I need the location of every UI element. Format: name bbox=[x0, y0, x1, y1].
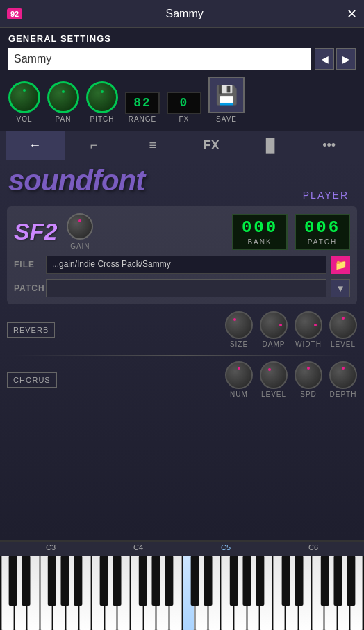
reverb-size-knob[interactable] bbox=[225, 311, 253, 339]
next-preset-button[interactable]: ▶ bbox=[336, 48, 356, 70]
vol-knob[interactable] bbox=[8, 81, 40, 113]
patch-value: 006 bbox=[300, 218, 345, 237]
chorus-num-dot bbox=[238, 367, 240, 370]
effects-area: REVERB SIZE DAMP bbox=[7, 308, 357, 401]
chorus-depth-dot bbox=[342, 367, 345, 370]
pitch-knob-dot bbox=[101, 90, 104, 93]
reverb-size-group: SIZE bbox=[225, 311, 253, 348]
sf2-section: SF2 GAIN 000 BANK 006 PATCH bbox=[7, 206, 357, 304]
range-label: RANGE bbox=[129, 115, 157, 123]
range-display[interactable]: 82 bbox=[125, 92, 160, 114]
pan-knob[interactable] bbox=[47, 81, 79, 113]
chorus-level-knob[interactable] bbox=[260, 361, 288, 389]
preset-nav: ◀ ▶ bbox=[315, 48, 356, 70]
sf2-logo: SF2 bbox=[14, 218, 57, 245]
chorus-level-dot bbox=[268, 368, 271, 371]
svg-rect-4 bbox=[74, 556, 82, 606]
title-bar: 92 Sammy ✕ bbox=[0, 0, 364, 28]
tab-more[interactable]: ••• bbox=[299, 131, 358, 160]
patch-row-label: PATCH bbox=[14, 283, 42, 293]
env-icon: ⌐ bbox=[90, 138, 98, 153]
patch-label: PATCH bbox=[300, 238, 345, 246]
prev-preset-button[interactable]: ◀ bbox=[315, 48, 334, 70]
svg-rect-5 bbox=[100, 556, 108, 606]
reverb-damp-label: DAMP bbox=[263, 340, 286, 348]
tab-mod[interactable]: ≡ bbox=[123, 131, 182, 160]
patch-row: PATCH ▼ bbox=[14, 279, 350, 297]
svg-rect-0 bbox=[9, 556, 17, 606]
reverb-damp-knob[interactable] bbox=[260, 311, 288, 339]
svg-rect-3 bbox=[60, 556, 69, 606]
back-icon: ← bbox=[28, 138, 41, 153]
gain-knob-group: GAIN bbox=[67, 213, 93, 250]
svg-rect-9 bbox=[165, 556, 173, 606]
svg-rect-17 bbox=[321, 556, 329, 606]
bank-value: 000 bbox=[238, 218, 282, 237]
pitch-knob[interactable] bbox=[86, 81, 118, 113]
svg-rect-6 bbox=[113, 556, 121, 606]
tab-back[interactable]: ← bbox=[6, 131, 65, 160]
save-button[interactable]: 💾 bbox=[208, 77, 245, 113]
svg-rect-11 bbox=[204, 556, 212, 606]
gain-label: GAIN bbox=[70, 242, 90, 250]
save-label: SAVE bbox=[216, 115, 237, 123]
chorus-spd-label: SPD bbox=[300, 390, 317, 398]
file-path-display[interactable]: ...gain/Indie Cross Pack/Sammy bbox=[46, 256, 326, 274]
chorus-num-knob[interactable] bbox=[225, 361, 253, 389]
tab-env[interactable]: ⌐ bbox=[65, 131, 124, 160]
patch-select-display[interactable] bbox=[46, 279, 326, 297]
vol-knob-group: VOL bbox=[8, 81, 40, 123]
general-settings-title: GENERAL SETTINGS bbox=[8, 33, 356, 44]
reverb-level-dot bbox=[342, 317, 345, 320]
chorus-depth-label: DEPTH bbox=[330, 390, 357, 398]
close-button[interactable]: ✕ bbox=[347, 6, 357, 22]
chorus-depth-knob[interactable] bbox=[329, 361, 357, 389]
piano-labels: C3 C4 C5 C6 bbox=[0, 542, 364, 556]
file-label: FILE bbox=[14, 260, 42, 270]
reverb-level-knob[interactable] bbox=[329, 311, 357, 339]
fx-display[interactable]: 0 bbox=[167, 92, 201, 114]
patch-dropdown-button[interactable]: ▼ bbox=[331, 279, 350, 297]
preset-name-input[interactable] bbox=[8, 48, 311, 70]
gain-knob-dot bbox=[78, 219, 81, 222]
gain-knob[interactable] bbox=[67, 213, 93, 240]
piano-label-c5: C5 bbox=[221, 543, 231, 554]
chorus-spd-knob[interactable] bbox=[295, 361, 322, 389]
range-display-group: 82 RANGE bbox=[125, 92, 160, 123]
piano-area: C3 C4 C5 C6 bbox=[0, 540, 364, 630]
mod-icon: ≡ bbox=[149, 138, 156, 153]
save-group: 💾 SAVE bbox=[208, 77, 245, 123]
more-icon: ••• bbox=[322, 138, 336, 153]
file-browse-button[interactable]: 📁 bbox=[331, 256, 350, 274]
piano-keys[interactable] bbox=[0, 556, 364, 630]
svg-rect-1 bbox=[22, 556, 30, 606]
app-logo: 92 bbox=[7, 8, 22, 19]
svg-rect-19 bbox=[347, 556, 355, 606]
reverb-button[interactable]: REVERB bbox=[7, 322, 55, 338]
reverb-section: REVERB SIZE DAMP bbox=[7, 308, 357, 351]
fx-display-group: 0 FX bbox=[167, 92, 201, 123]
reverb-size-label: SIZE bbox=[230, 340, 248, 348]
black-keys-svg bbox=[0, 556, 364, 606]
file-row: FILE ...gain/Indie Cross Pack/Sammy 📁 bbox=[14, 256, 350, 274]
reverb-width-group: WIDTH bbox=[295, 311, 322, 348]
pitch-knob-group: PITCH bbox=[86, 81, 118, 123]
reverb-width-label: WIDTH bbox=[295, 340, 322, 348]
section-divider bbox=[14, 355, 350, 356]
reverb-damp-group: DAMP bbox=[260, 311, 288, 348]
patch-display[interactable]: 006 PATCH bbox=[295, 214, 350, 250]
tab-bar: ← ⌐ ≡ FX ▐▌ ••• bbox=[0, 131, 364, 160]
svg-rect-14 bbox=[256, 556, 264, 606]
reverb-damp-dot bbox=[279, 324, 282, 326]
bank-display[interactable]: 000 BANK bbox=[232, 214, 288, 250]
tab-fx[interactable]: FX bbox=[182, 131, 241, 160]
pan-knob-dot bbox=[62, 90, 65, 93]
reverb-knobs: SIZE DAMP WIDTH bbox=[60, 311, 357, 348]
reverb-size-dot bbox=[233, 318, 236, 321]
reverb-level-label: LEVEL bbox=[331, 340, 356, 348]
tab-arp[interactable]: ▐▌ bbox=[241, 131, 300, 160]
chorus-button[interactable]: CHORUS bbox=[7, 372, 57, 388]
preset-row: ◀ ▶ bbox=[8, 48, 356, 70]
reverb-width-knob[interactable] bbox=[295, 311, 322, 339]
pan-label: PAN bbox=[56, 115, 72, 123]
